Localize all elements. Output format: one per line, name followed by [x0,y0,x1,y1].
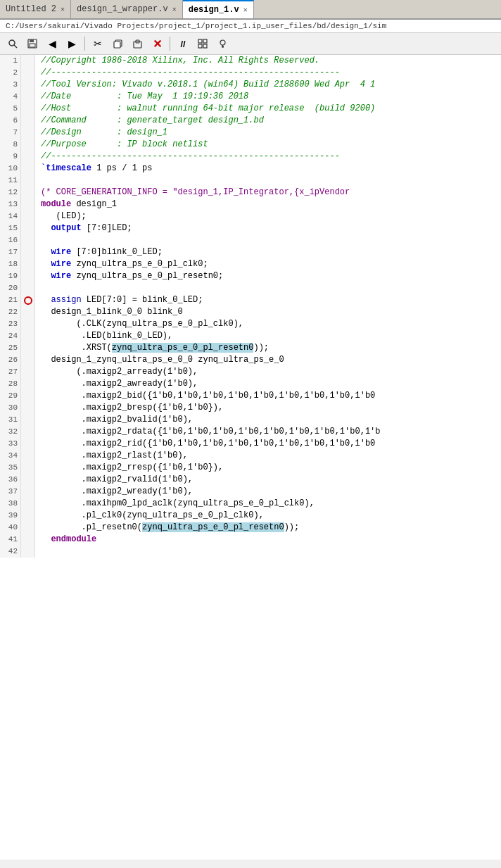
svg-rect-6 [114,42,120,48]
comment-button[interactable]: // [175,35,191,52]
line-gutter [21,79,35,91]
code-line-18: 18 wire zynq_ultra_ps_e_0_pl_clk0; [0,258,501,270]
line-gutter [21,462,35,474]
line-number: 35 [0,462,21,474]
svg-rect-3 [30,39,34,42]
line-number: 2 [0,67,21,79]
tab-design1[interactable]: design_1.v ✕ [183,0,254,18]
line-code: .maxigp2_rvalid(1'b0), [35,474,501,486]
svg-point-0 [9,40,15,46]
code-line-26: 26 design_1_zynq_ultra_ps_e_0_0 zynq_ult… [0,354,501,366]
code-line-11: 11 [0,175,501,187]
tab-close-wrapper[interactable]: ✕ [172,5,177,13]
line-gutter [21,318,35,330]
line-number: 21 [0,294,21,306]
code-editor[interactable]: 1//Copyright 1986-2018 Xilinx, Inc. All … [0,55,501,860]
code-line-8: 8//Purpose : IP block netlist [0,139,501,151]
line-gutter [21,438,35,450]
line-gutter [21,486,35,498]
line-number: 42 [0,546,21,558]
svg-rect-4 [30,44,35,47]
tab-untitled2[interactable]: Untitled 2 ✕ [0,0,71,18]
save-button[interactable] [24,35,41,52]
line-gutter [21,294,35,306]
line-number: 36 [0,474,21,486]
line-code: //--------------------------------------… [35,151,501,163]
breakpoint-indicator [24,296,32,305]
search-icon [8,39,18,49]
lamp-button[interactable] [214,35,231,52]
toolbar: ◀ ▶ ✂ ✕ // [0,33,501,55]
line-code: wire [7:0]blink_0_LED; [35,246,501,258]
code-line-41: 41 endmodule [0,534,501,546]
line-code: wire zynq_ultra_ps_e_0_pl_resetn0; [35,270,501,282]
line-gutter [21,306,35,318]
line-number: 30 [0,402,21,414]
forward-button[interactable]: ▶ [63,35,80,52]
line-gutter [21,139,35,151]
line-code: output [7:0]LED; [35,222,501,234]
line-gutter [21,222,35,234]
line-code: module design_1 [35,199,501,210]
line-gutter [21,426,35,438]
line-gutter [21,199,35,210]
line-gutter [21,91,35,103]
search-button[interactable] [4,35,21,52]
line-number: 29 [0,390,21,402]
tab-label: Untitled 2 [6,4,56,14]
line-gutter [21,151,35,163]
copy-button[interactable] [109,35,126,52]
line-gutter [21,103,35,115]
code-line-23: 23 (.CLK(zynq_ultra_ps_e_0_pl_clk0), [0,318,501,330]
line-number: 25 [0,342,21,354]
code-line-40: 40 .pl_resetn0(zynq_ultra_ps_e_0_pl_rese… [0,522,501,534]
save-icon [27,39,37,49]
line-code: //Copyright 1986-2018 Xilinx, Inc. All R… [35,55,501,67]
delete-button[interactable]: ✕ [148,35,165,52]
svg-line-1 [14,45,17,48]
code-line-29: 29 .maxigp2_bid({1'b0,1'b0,1'b0,1'b0,1'b… [0,390,501,402]
line-code: //Tool Version: Vivado v.2018.1 (win64) … [35,79,501,91]
paste-icon [133,39,142,49]
svg-rect-11 [198,44,202,48]
line-code [35,175,501,187]
paste-button[interactable] [129,35,146,52]
code-line-31: 31 .maxigp2_bvalid(1'b0), [0,414,501,426]
line-gutter [21,234,35,246]
line-number: 39 [0,510,21,522]
back-button[interactable]: ◀ [44,35,61,52]
toolbar-divider-1 [84,37,85,51]
line-code: design_1_blink_0_0 blink_0 [35,306,501,318]
line-number: 31 [0,414,21,426]
line-number: 19 [0,270,21,282]
line-number: 1 [0,55,21,67]
line-number: 8 [0,139,21,151]
line-code: `timescale 1 ps / 1 ps [35,163,501,175]
line-gutter [21,390,35,402]
line-gutter [21,282,35,294]
tab-close-untitled2[interactable]: ✕ [61,5,65,13]
code-line-5: 5//Host : walnut running 64-bit major re… [0,103,501,115]
line-number: 11 [0,175,21,187]
path-text: C:/Users/sakurai/Vivado Projects/project… [6,22,386,30]
line-number: 38 [0,498,21,510]
line-gutter [21,67,35,79]
line-code: //Purpose : IP block netlist [35,139,501,151]
line-number: 7 [0,127,21,139]
tab-wrapper[interactable]: design_1_wrapper.v ✕ [71,0,183,18]
line-number: 40 [0,522,21,534]
line-gutter [21,342,35,354]
cut-button[interactable]: ✂ [89,35,106,52]
line-code: wire zynq_ultra_ps_e_0_pl_clk0; [35,258,501,270]
grid-button[interactable] [194,35,211,52]
line-code: .maxigp2_rresp({1'b0,1'b0}), [35,462,501,474]
line-code: (* CORE_GENERATION_INFO = "design_1,IP_I… [35,187,501,199]
line-number: 20 [0,282,21,294]
line-code [35,546,501,558]
line-code: endmodule [35,534,501,546]
tab-close-design1[interactable]: ✕ [243,6,248,14]
line-gutter [21,402,35,414]
code-line-30: 30 .maxigp2_bresp({1'b0,1'b0}), [0,402,501,414]
code-line-24: 24 .LED(blink_0_LED), [0,330,501,342]
line-number: 24 [0,330,21,342]
